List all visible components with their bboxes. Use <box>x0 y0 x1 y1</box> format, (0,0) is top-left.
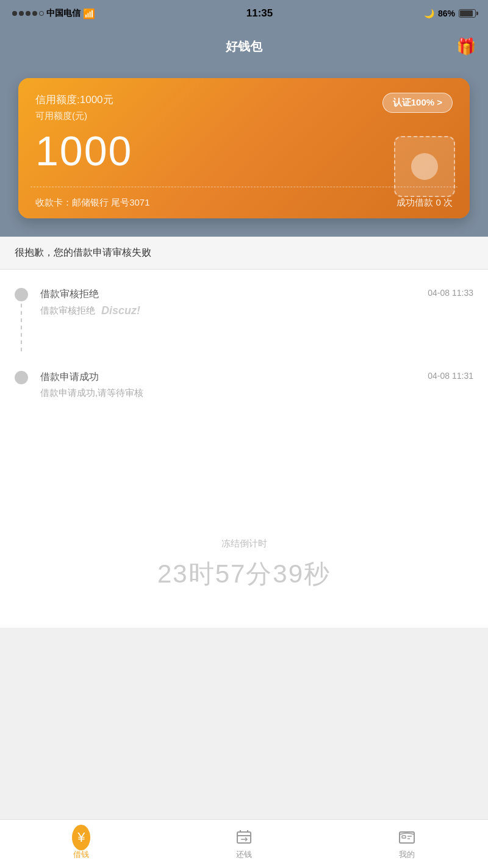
repay-icon-svg <box>235 828 253 847</box>
timeline-header-1: 借款审核拒绝 04-08 11:33 <box>40 288 473 301</box>
tab-borrow-label: 借钱 <box>73 849 89 860</box>
timeline-content-1: 借款审核拒绝 04-08 11:33 借款审核拒绝 Discuz! <box>40 288 473 353</box>
dot1 <box>12 11 17 16</box>
available-amount: 1000 <box>35 127 453 174</box>
moon-icon: 🌙 <box>424 9 434 18</box>
countdown-section: 冻结倒计时 23时57分39秒 <box>0 514 488 628</box>
countdown-value: 23时57分39秒 <box>12 557 476 591</box>
status-message-text: 很抱歉，您的借款申请审核失败 <box>15 247 151 257</box>
timeline-desc-2: 借款申请成功,请等待审核 <box>40 387 473 399</box>
signal-dots <box>12 11 44 16</box>
carrier-label: 中国电信 <box>46 8 81 19</box>
loan-count: 成功借款 0 次 <box>396 197 453 209</box>
svg-rect-4 <box>402 836 406 838</box>
wifi-icon: 📶 <box>83 8 95 20</box>
timeline-desc-text-1: 借款审核拒绝 <box>40 305 95 317</box>
tab-mine[interactable]: 我的 <box>325 828 488 860</box>
battery-fill <box>460 10 473 16</box>
mine-icon-svg <box>398 828 416 847</box>
tab-mine-label: 我的 <box>399 849 415 860</box>
tab-bar: ¥ 借钱 还钱 我 <box>0 819 488 868</box>
nav-title: 好钱包 <box>226 38 262 55</box>
card-top: 信用额度:1000元 可用额度(元) 1000 认证100% > <box>18 78 470 187</box>
svg-rect-0 <box>237 832 251 843</box>
timeline-item-2: 借款申请成功 04-08 11:31 借款申请成功,请等待审核 <box>0 365 488 405</box>
tab-borrow[interactable]: ¥ 借钱 <box>0 828 163 860</box>
card-circle <box>411 153 438 180</box>
dot3 <box>26 11 30 16</box>
timeline-title-1: 借款审核拒绝 <box>40 288 99 301</box>
countdown-label: 冻结倒计时 <box>12 538 476 550</box>
timeline-dot-container-2 <box>15 371 28 399</box>
timeline-dot-2 <box>15 371 28 384</box>
status-bar: 中国电信 📶 11:35 🌙 86% <box>0 0 488 27</box>
timeline-header-2: 借款申请成功 04-08 11:31 <box>40 371 473 384</box>
card-decoration <box>394 136 455 197</box>
auth-button[interactable]: 认证100% > <box>382 93 453 113</box>
gift-icon[interactable]: 🎁 <box>456 37 476 56</box>
timeline-desc-text-2: 借款申请成功,请等待审核 <box>40 387 143 399</box>
bank-info: 收款卡：邮储银行 尾号3071 <box>35 197 150 209</box>
dot2 <box>19 11 24 16</box>
status-right: 🌙 86% <box>424 9 476 18</box>
status-message: 很抱歉，您的借款申请审核失败 <box>0 237 488 270</box>
timeline-section: 借款审核拒绝 04-08 11:33 借款审核拒绝 Discuz! 借款申请成功… <box>0 270 488 514</box>
mine-icon <box>398 828 416 847</box>
card-section: 信用额度:1000元 可用额度(元) 1000 认证100% > 收款卡：邮储银… <box>0 66 488 237</box>
dot5 <box>39 11 44 16</box>
battery-percent: 86% <box>438 9 455 18</box>
timeline-dot-1 <box>15 288 28 301</box>
status-left: 中国电信 📶 <box>12 8 95 20</box>
borrow-icon: ¥ <box>72 828 90 847</box>
borrow-icon-circle: ¥ <box>72 825 90 850</box>
timeline-time-1: 04-08 11:33 <box>428 288 473 298</box>
dot4 <box>32 11 37 16</box>
tab-repay[interactable]: 还钱 <box>163 828 326 860</box>
timeline-desc-1: 借款审核拒绝 Discuz! <box>40 304 473 317</box>
timeline-line-1 <box>21 304 22 353</box>
discuz-watermark: Discuz! <box>101 304 140 317</box>
tab-repay-label: 还钱 <box>236 849 252 860</box>
timeline-content-2: 借款申请成功 04-08 11:31 借款申请成功,请等待审核 <box>40 371 473 399</box>
nav-bar: 好钱包 🎁 <box>0 27 488 66</box>
wallet-card: 信用额度:1000元 可用额度(元) 1000 认证100% > 收款卡：邮储银… <box>18 78 470 218</box>
yen-icon: ¥ <box>77 830 85 845</box>
timeline-title-2: 借款申请成功 <box>40 371 99 384</box>
battery-icon <box>459 9 476 18</box>
timeline-time-2: 04-08 11:31 <box>428 371 473 381</box>
card-front: 信用额度:1000元 可用额度(元) 1000 认证100% > 收款卡：邮储银… <box>18 78 470 218</box>
timeline-item: 借款审核拒绝 04-08 11:33 借款审核拒绝 Discuz! <box>0 282 488 359</box>
status-time: 11:35 <box>246 7 273 20</box>
timeline-dot-container <box>15 288 28 353</box>
repay-icon <box>235 828 253 847</box>
